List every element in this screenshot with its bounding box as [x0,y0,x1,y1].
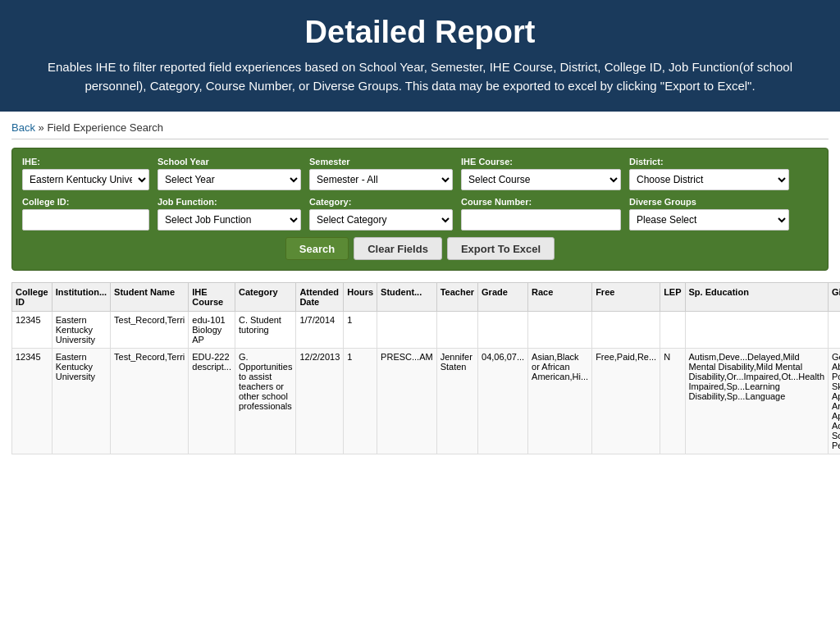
filter-group-ihe-course: IHE Course: Select Course [461,157,621,190]
semester-select[interactable]: Semester - All [309,169,453,190]
table-cell: Free,Paid,Re... [592,349,660,454]
filter-group-job-function: Job Function: Select Job Function [158,197,301,231]
job-function-label: Job Function: [158,197,301,207]
table-row: 12345Eastern Kentucky UniversityTest_Rec… [12,312,841,349]
job-function-select[interactable]: Select Job Function [158,209,301,231]
filter-group-college-id: College ID: [22,197,149,231]
filter-group-diverse-groups: Diverse Groups Please Select [629,197,789,231]
filter-row-2: College ID: Job Function: Select Job Fun… [22,197,818,231]
col-category: Category [235,283,295,312]
table-cell [660,312,685,349]
table-cell: Test_Record,Terri [111,349,189,454]
table-cell: N [660,349,685,454]
table-cell: C. Student tutoring [235,312,295,349]
table-row: 12345Eastern Kentucky UniversityTest_Rec… [12,349,841,454]
col-institution: Institution... [52,283,110,312]
school-year-select[interactable]: Select Year [158,169,301,190]
breadcrumb-separator: » [35,121,47,134]
college-id-label: College ID: [22,197,149,207]
table-cell: Jennifer Staten [436,349,477,454]
table-cell: Test_Record,Terri [111,312,189,349]
filter-row-1: IHE: Eastern Kentucky University School … [22,157,818,190]
filter-group-course-number: Course Number: [461,197,621,231]
district-select[interactable]: Choose District [629,169,789,190]
filter-group-semester: Semester Semester - All [309,157,453,190]
button-row: Search Clear Fields Export To Excel [22,237,818,260]
col-lep: LEP [660,283,685,312]
table-cell: 04,06,07... [478,349,528,454]
table-cell [829,312,841,349]
table-cell: EDU-222 descript... [189,349,235,454]
col-student2: Student... [377,283,437,312]
ihe-course-select[interactable]: Select Course [461,169,621,190]
col-sp-education: Sp. Education [685,283,828,312]
col-gifted: Gifted [829,283,841,312]
col-ihe-course: IHE Course [189,283,235,312]
breadcrumb-current: Field Experience Search [47,121,163,134]
ihe-label: IHE: [22,157,149,167]
table-cell: 12345 [12,312,52,349]
table-cell: G. Opportunities to assist teachers or o… [235,349,295,454]
category-select[interactable]: Select Category [309,209,453,231]
filter-group-ihe: IHE: Eastern Kentucky University [22,157,149,190]
table-cell [478,312,528,349]
course-number-label: Course Number: [461,197,621,207]
breadcrumb: Back » Field Experience Search [11,121,829,139]
table-cell: Asian,Black or African American,Hi... [528,349,592,454]
filter-panel: IHE: Eastern Kentucky University School … [11,148,829,271]
district-label: District: [629,157,789,167]
col-free: Free [592,283,660,312]
content-area: Back » Field Experience Search IHE: East… [0,112,840,464]
table-cell: 1 [344,349,377,454]
col-hours: Hours [344,283,377,312]
table-cell: 1 [344,312,377,349]
table-header: College ID Institution... Student Name I… [12,283,841,312]
col-college-id: College ID [12,283,52,312]
col-student-name: Student Name [111,283,189,312]
ihe-course-label: IHE Course: [461,157,621,167]
table-cell: 12345 [12,349,52,454]
table-cell: Eastern Kentucky University [52,312,110,349]
table-cell: edu-101 Biology AP [189,312,235,349]
header-section: Detailed Report Enables IHE to filter re… [0,0,840,112]
table-cell: PRESC...AM [377,349,437,454]
filter-group-school-year: School Year Select Year [158,157,301,190]
col-teacher: Teacher [436,283,477,312]
table-header-row: College ID Institution... Student Name I… [12,283,841,312]
table-cell [377,312,437,349]
col-attended-date: Attended Date [296,283,344,312]
table-cell [685,312,828,349]
table-body: 12345Eastern Kentucky UniversityTest_Rec… [12,312,841,454]
breadcrumb-back-link[interactable]: Back [11,121,35,134]
page-description: Enables IHE to filter reported field exp… [33,58,807,95]
export-excel-button[interactable]: Export To Excel [447,237,555,260]
diverse-groups-label: Diverse Groups [629,197,789,207]
table-cell [436,312,477,349]
table-cell [528,312,592,349]
table-cell [592,312,660,349]
course-number-input[interactable] [461,209,621,231]
clear-fields-button[interactable]: Clear Fields [354,237,442,260]
college-id-input[interactable] [22,209,149,231]
diverse-groups-select[interactable]: Please Select [629,209,789,231]
table-cell: Eastern Kentucky University [52,349,110,454]
table-cell: 12/2/2013 [296,349,344,454]
search-button[interactable]: Search [285,237,349,260]
page-title: Detailed Report [33,15,807,50]
col-grade: Grade [478,283,528,312]
col-race: Race [528,283,592,312]
table-cell: General Intellectual Ability,Prim...Tale… [829,349,841,454]
school-year-label: School Year [158,157,301,167]
filter-group-category: Category: Select Category [309,197,453,231]
semester-label: Semester [309,157,453,167]
results-table: College ID Institution... Student Name I… [11,282,840,454]
ihe-select[interactable]: Eastern Kentucky University [22,169,149,190]
table-cell: 1/7/2014 [296,312,344,349]
filter-group-district: District: Choose District [629,157,789,190]
category-label: Category: [309,197,453,207]
table-cell: Autism,Deve...Delayed,Mild Mental Disabi… [685,349,828,454]
